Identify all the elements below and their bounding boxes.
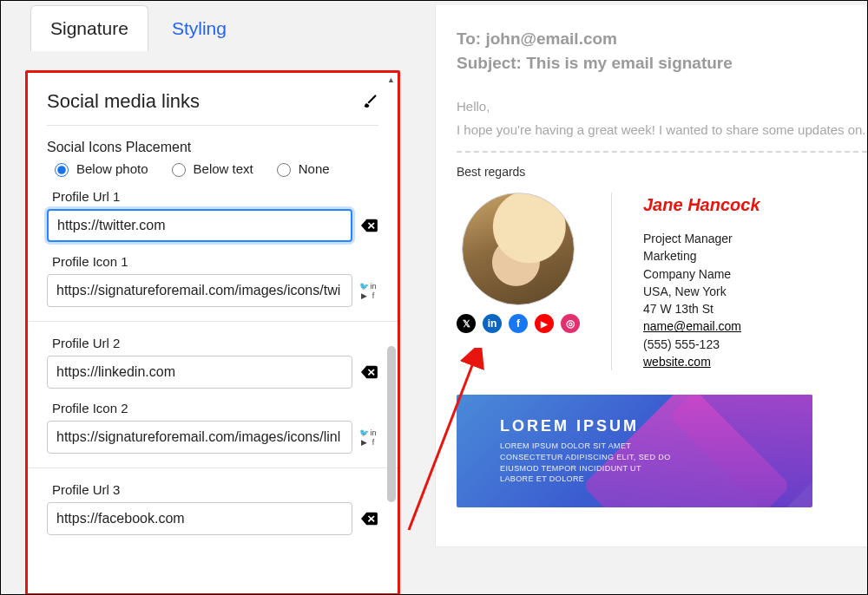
icon-picker-icon[interactable]: 🐦in▶f xyxy=(359,282,378,300)
section-title: Social media links xyxy=(47,90,200,113)
youtube-icon[interactable]: ▶ xyxy=(535,314,554,333)
avatar xyxy=(462,193,575,305)
signature-email[interactable]: name@email.com xyxy=(643,319,741,333)
signature-dept: Marketing xyxy=(643,247,760,265)
facebook-icon[interactable]: f xyxy=(509,314,528,333)
signature-block: 𝕏 in f ▶ ◎ Jane Hancock Project Manager … xyxy=(457,193,867,370)
signature-divider xyxy=(611,193,612,370)
to-label: To: xyxy=(457,29,481,48)
radio-none[interactable]: None xyxy=(273,160,330,177)
divider xyxy=(28,321,398,322)
radio-below-text-input[interactable] xyxy=(172,163,186,177)
signature-loc: USA, New York xyxy=(643,283,760,300)
profile-url-3-input[interactable] xyxy=(47,502,352,535)
radio-none-label: None xyxy=(299,161,330,176)
icon-picker-icon[interactable]: 🐦in▶f xyxy=(359,428,378,447)
body-line: I hope you're having a great week! I wan… xyxy=(457,122,867,137)
greeting: Hello, xyxy=(457,99,867,114)
profile-icon-1-label: Profile Icon 1 xyxy=(52,254,378,269)
regards: Best regards xyxy=(457,165,867,179)
promo-banner: LOREM IPSUM LOREM IPSUM DOLOR SIT AMET C… xyxy=(457,395,812,507)
clear-icon[interactable] xyxy=(359,510,378,527)
signature-name: Jane Hancock xyxy=(643,193,760,218)
subject-value: This is my email signature xyxy=(526,54,733,72)
radio-below-photo-label: Below photo xyxy=(76,161,148,176)
banner-sub: LOREM IPSUM DOLOR SIT AMET CONSECTETUR A… xyxy=(500,441,674,484)
signature-role: Project Manager xyxy=(643,230,760,247)
linkedin-icon[interactable]: in xyxy=(483,314,502,333)
profile-url-1-label: Profile Url 1 xyxy=(52,189,378,204)
x-icon[interactable]: 𝕏 xyxy=(457,314,476,333)
profile-url-3-label: Profile Url 3 xyxy=(52,482,378,497)
divider xyxy=(28,468,398,468)
signature-street: 47 W 13th St xyxy=(643,300,760,317)
tab-signature[interactable]: Signature xyxy=(30,5,148,51)
signature-company: Company Name xyxy=(643,265,760,283)
profile-icon-2-input[interactable] xyxy=(47,421,352,454)
dashed-divider xyxy=(457,151,867,153)
social-links-panel: ▲ Social media links Social Icons Placem… xyxy=(25,70,400,595)
clear-icon[interactable] xyxy=(359,363,378,381)
subject-label: Subject: xyxy=(457,54,522,72)
tabs: Signature Styling xyxy=(30,5,395,51)
tab-styling[interactable]: Styling xyxy=(152,5,247,51)
profile-icon-2-label: Profile Icon 2 xyxy=(52,401,378,415)
profile-url-2-label: Profile Url 2 xyxy=(52,336,378,350)
clear-icon[interactable] xyxy=(359,217,378,234)
social-icons-row: 𝕏 in f ▶ ◎ xyxy=(457,314,580,333)
instagram-icon[interactable]: ◎ xyxy=(561,314,580,333)
profile-url-2-input[interactable] xyxy=(47,356,352,389)
placement-label: Social Icons Placement xyxy=(47,140,378,155)
radio-below-photo-input[interactable] xyxy=(55,163,69,177)
signature-phone: (555) 555-123 xyxy=(643,336,760,353)
banner-title: LOREM IPSUM xyxy=(500,417,804,435)
profile-icon-1-input[interactable] xyxy=(47,274,352,307)
signature-site[interactable]: website.com xyxy=(643,355,711,369)
placement-radios: Below photo Below text None xyxy=(50,160,378,177)
scrollbar-thumb[interactable] xyxy=(387,346,396,502)
radio-below-text-label: Below text xyxy=(194,161,253,176)
email-preview: To: john@email.com Subject: This is my e… xyxy=(435,5,867,547)
profile-url-1-input[interactable] xyxy=(47,209,352,242)
to-value: john@email.com xyxy=(485,29,617,48)
radio-below-text[interactable]: Below text xyxy=(168,160,253,177)
radio-none-input[interactable] xyxy=(277,163,291,177)
radio-below-photo[interactable]: Below photo xyxy=(50,160,148,177)
style-brush-icon[interactable] xyxy=(361,93,378,110)
